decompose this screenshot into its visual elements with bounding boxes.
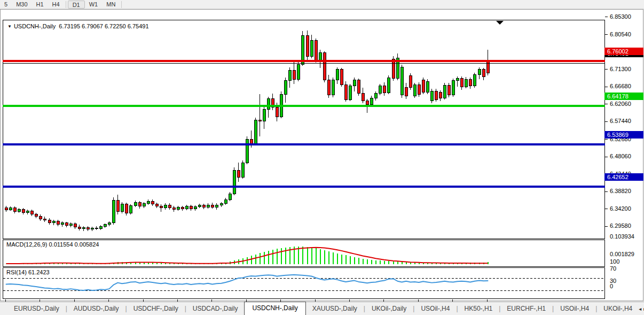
price-tick: 6.29580: [610, 222, 631, 229]
price-tick: 6.80540: [610, 31, 631, 37]
toolbar-separator: [66, 1, 66, 8]
tab-hk50-h1[interactable]: HK50-,H1: [458, 303, 499, 315]
price-tick: 6.34200: [610, 205, 631, 212]
chart-tabbar: EURUSD-,Daily|AUDUSD-,Daily|USDCHF-,Dail…: [0, 302, 644, 315]
tab-usdcnh-daily[interactable]: USDCNH-,Daily: [244, 302, 305, 315]
chart-title: ▼USDCNH-,Daily 6.73195 6.79067 6.72250 6…: [7, 23, 149, 29]
chart-ohlc-values: 6.73195 6.79067 6.72250 6.75491: [59, 23, 148, 29]
rsi-axis-tick: 0: [610, 283, 613, 289]
tab-usoil-h4[interactable]: USOil-,H4: [554, 303, 595, 315]
main-chart-canvas[interactable]: [3, 20, 605, 239]
timeframe-toolbar: 5M30H1H4D1W1MN: [0, 0, 644, 9]
hline-price-label: 6.76002: [604, 48, 643, 55]
timeframe-button-d1[interactable]: D1: [68, 1, 85, 9]
price-tick-mark: [605, 34, 608, 35]
price-axis[interactable]: 6.853006.805406.713006.666806.620606.574…: [604, 9, 644, 301]
macd-label: MACD(12,26,9) 0.011554 0.005824: [6, 241, 99, 248]
rsi-canvas[interactable]: [3, 267, 605, 299]
timeframe-button-h1[interactable]: H1: [32, 1, 48, 9]
timeframe-button-5[interactable]: 5: [0, 1, 12, 9]
price-tick: 6.85300: [610, 13, 631, 20]
price-tick: 6.71300: [610, 66, 631, 72]
price-tick: 6.48060: [610, 153, 631, 159]
price-tick-mark: [605, 157, 608, 157]
macd-pane[interactable]: MACD(12,26,9) 0.011554 0.005824: [3, 240, 605, 267]
tab-ukoil-h4[interactable]: UKOil-,H4: [597, 303, 639, 315]
price-tick-mark: [605, 139, 608, 140]
chart-window: ▼USDCNH-,Daily 6.73195 6.79067 6.72250 6…: [0, 9, 643, 301]
toolbar-separator: [121, 1, 122, 8]
tab-audusd-daily[interactable]: AUDUSD-,Daily: [67, 303, 125, 315]
rsi-axis-tick: 100: [610, 258, 619, 265]
tab-xauusd-daily[interactable]: XAUUSD-,Daily: [306, 303, 364, 315]
timeframe-button-m30[interactable]: M30: [12, 1, 32, 9]
tab-nav-arrows: ◂▸: [639, 306, 644, 315]
rsi-axis-tick: 70: [610, 265, 616, 272]
price-tick-mark: [605, 87, 608, 87]
price-tick-mark: [605, 191, 608, 192]
down-triangle-marker: [496, 21, 504, 25]
price-tick-mark: [605, 104, 608, 104]
price-tick: 6.62060: [610, 101, 631, 107]
chart-symbol-label: USDCNH-,Daily: [14, 23, 56, 29]
timeframe-button-w1[interactable]: W1: [85, 1, 103, 9]
macd-axis-tick: 0.001829: [610, 251, 634, 257]
hline-price-label: 6.64178: [604, 93, 643, 100]
price-tick: 6.66680: [610, 83, 631, 89]
rsi-pane[interactable]: RSI(14) 61.2423: [3, 267, 605, 299]
hline-price-label: 6.42652: [604, 173, 643, 181]
tab-eurchf-h1[interactable]: EURCHF-,H1: [500, 303, 552, 315]
tab-eurusd-daily[interactable]: EURUSD-,Daily: [7, 303, 66, 315]
timeframe-button-mn[interactable]: MN: [102, 1, 120, 9]
tab-ukoil-daily[interactable]: UKOil-,Daily: [365, 303, 413, 315]
tab-usoil-h4[interactable]: USOil-,H4: [414, 303, 456, 315]
symbol-dropdown-icon[interactable]: ▼: [7, 24, 12, 29]
price-tick: 6.57440: [610, 118, 631, 124]
tab-usdchf-daily[interactable]: USDCHF-,Daily: [127, 303, 185, 315]
price-tick-mark: [605, 209, 608, 209]
macd-axis-tick: 0.103934: [610, 233, 634, 240]
tab-scroll-left-icon[interactable]: ◂: [639, 306, 643, 312]
price-tick-mark: [605, 69, 608, 70]
hline-price-label: 6.53869: [604, 131, 643, 139]
main-chart-pane[interactable]: ▼USDCNH-,Daily 6.73195 6.79067 6.72250 6…: [3, 20, 605, 239]
price-tick-mark: [605, 121, 608, 122]
tab-usdcad-daily[interactable]: USDCAD-,Daily: [186, 303, 245, 315]
price-tick-mark: [605, 226, 608, 227]
price-tick: 6.38820: [610, 188, 631, 194]
timeframe-button-h4[interactable]: H4: [48, 1, 64, 9]
rsi-label: RSI(14) 61.2423: [6, 269, 50, 275]
price-tick-mark: [605, 17, 608, 17]
